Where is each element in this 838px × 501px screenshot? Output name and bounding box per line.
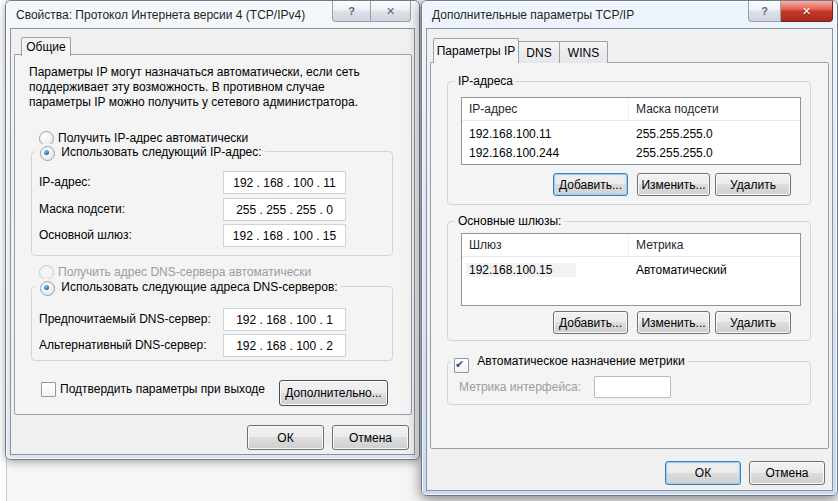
check-icon: ✔ <box>455 358 464 370</box>
default-gateway-field[interactable]: 192 . 168 . 100 . 15 <box>223 224 346 247</box>
gateway-edit-button[interactable]: Изменить... <box>637 311 710 334</box>
automatic-metric-caption: ✔ Автоматическое назначение метрики <box>451 354 688 373</box>
tab-general[interactable]: Общие <box>21 37 71 56</box>
help-button[interactable]: ? <box>332 1 371 22</box>
table-row[interactable]: 192.168.100.244 255.255.255.0 <box>462 143 800 162</box>
group-ip-addresses-caption: IP-адреса <box>455 74 516 88</box>
preferred-dns-field[interactable]: 192 . 168 . 100 . 1 <box>223 308 346 331</box>
ip-address-field[interactable]: 192 . 168 . 100 . 11 <box>223 171 346 194</box>
window-title: Свойства: Протокол Интернета версии 4 (T… <box>16 8 305 22</box>
close-button[interactable]: ✕ <box>371 1 411 22</box>
ip-addresses-list: IP-адрес Маска подсети 192.168.100.11 25… <box>461 97 801 165</box>
subnet-mask-label: Маска подсети: <box>39 202 125 216</box>
alternate-dns-label: Альтернативный DNS-сервер: <box>39 338 207 352</box>
help-icon: ? <box>348 5 355 17</box>
radio-obtain-ip-auto-label: Получить IP-адрес автоматически <box>58 131 248 145</box>
header-metric[interactable]: Метрика <box>629 234 800 256</box>
default-gateway-label: Основной шлюз: <box>39 228 132 242</box>
table-row[interactable]: 192.168.100.11 255.255.255.0 <box>462 124 800 143</box>
gateway-remove-button[interactable]: Удалить <box>715 311 791 334</box>
advanced-tcpip-dialog: Дополнительные параметры TCP/IP ? ✕ Пара… <box>421 0 838 496</box>
list-header: IP-адрес Маска подсети <box>462 98 800 121</box>
subnet-mask-field[interactable]: 255 . 255 . 255 . 0 <box>223 198 346 221</box>
radio-obtain-dns-auto <box>39 265 54 280</box>
header-ip-address[interactable]: IP-адрес <box>462 98 629 120</box>
validate-settings-label: Подтвердить параметры при выходе <box>60 382 265 396</box>
radio-use-ip-label: Использовать следующий IP-адрес: <box>61 145 261 159</box>
ip-edit-button[interactable]: Изменить... <box>637 173 710 196</box>
tab-ip-settings[interactable]: Параметры IP <box>433 38 519 63</box>
automatic-metric-label: Автоматическое назначение метрики <box>477 354 684 368</box>
advanced-button[interactable]: Дополнительно... <box>279 380 388 406</box>
radio-use-dns[interactable] <box>40 281 55 296</box>
interface-metric-input <box>594 376 671 398</box>
help-button[interactable]: ? <box>748 1 781 22</box>
header-subnet-mask[interactable]: Маска подсети <box>629 98 800 120</box>
cancel-button[interactable]: Отмена <box>332 425 409 450</box>
gateway-add-button[interactable]: Добавить... <box>553 311 628 334</box>
help-icon: ? <box>761 5 768 17</box>
radio-obtain-dns-auto-label: Получить адрес DNS-сервера автоматически <box>58 265 311 279</box>
desktop: Свойства: Протокол Интернета версии 4 (T… <box>0 0 838 501</box>
ip-add-button[interactable]: Добавить... <box>553 173 628 196</box>
ok-button[interactable]: ОК <box>247 425 324 450</box>
radio-use-ip-caption: Использовать следующий IP-адрес: <box>35 144 265 159</box>
group-gateways-caption: Основные шлюзы: <box>455 214 564 228</box>
ipv4-properties-dialog: Свойства: Протокол Интернета версии 4 (T… <box>5 0 420 460</box>
alternate-dns-field[interactable]: 192 . 168 . 100 . 2 <box>223 334 346 357</box>
close-button[interactable]: ✕ <box>781 1 833 22</box>
radio-use-ip[interactable] <box>40 146 55 161</box>
radio-use-dns-label: Использовать следующие адреса DNS-сервер… <box>61 280 337 294</box>
close-icon: ✕ <box>386 5 395 18</box>
radio-use-dns-caption: Использовать следующие адреса DNS-сервер… <box>35 279 341 294</box>
close-icon: ✕ <box>802 5 811 18</box>
intro-text: Параметры IP могут назначаться автоматич… <box>29 65 387 110</box>
gateways-list: Шлюз Метрика 192.168.100.15 Автоматическ… <box>461 233 801 306</box>
automatic-metric-checkbox[interactable]: ✔ <box>454 358 469 373</box>
cancel-button[interactable]: Отмена <box>749 461 825 485</box>
tab-dns[interactable]: DNS <box>518 41 560 63</box>
ok-button[interactable]: ОК <box>665 461 741 485</box>
header-gateway[interactable]: Шлюз <box>462 234 629 256</box>
preferred-dns-label: Предпочитаемый DNS-сервер: <box>39 312 211 326</box>
validate-settings-checkbox[interactable] <box>41 382 56 397</box>
list-header: Шлюз Метрика <box>462 234 800 257</box>
ip-remove-button[interactable]: Удалить <box>715 173 791 196</box>
table-row[interactable]: 192.168.100.15 Автоматический <box>462 260 800 279</box>
interface-metric-label: Метрика интерфейса: <box>459 380 581 394</box>
tab-wins[interactable]: WINS <box>559 41 608 63</box>
ip-address-label: IP-адрес: <box>39 175 91 189</box>
window-title: Дополнительные параметры TCP/IP <box>432 8 634 22</box>
